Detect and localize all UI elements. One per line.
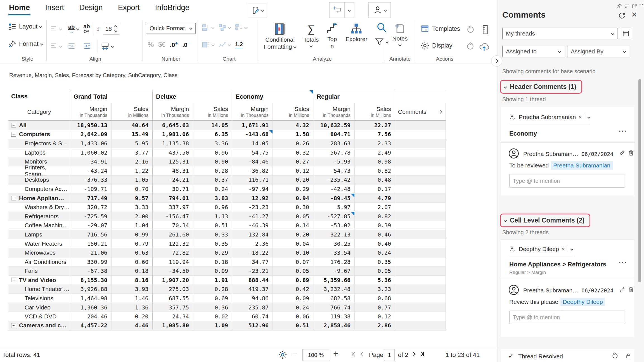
chevron-down-icon[interactable] — [228, 26, 231, 29]
value-cell[interactable]: 0.48 — [354, 176, 395, 185]
comments-grid-view-button[interactable] — [620, 28, 632, 39]
value-cell[interactable]: -43.24 — [70, 166, 111, 176]
value-cell[interactable]: -33.54 — [313, 248, 354, 257]
next-page-button[interactable] — [411, 352, 415, 357]
row-label[interactable]: Televisions — [8, 294, 70, 303]
value-cell[interactable]: 3.77 — [111, 148, 152, 157]
value-cell[interactable]: 0.51 — [193, 221, 232, 230]
value-cell[interactable]: -18.22 — [232, 248, 273, 257]
measure-header[interactable]: Marginin Thousands — [232, 103, 273, 121]
vertical-align-button[interactable] — [50, 42, 58, 50]
assigned-to-select[interactable]: Assigned to — [502, 46, 564, 57]
bar-chart-icon[interactable] — [202, 23, 210, 32]
value-cell[interactable]: 3,232.48 — [313, 285, 354, 294]
value-cell[interactable]: 204.46 — [70, 312, 111, 321]
value-cell[interactable]: 0.90 — [193, 157, 232, 166]
add-comment-dropdown[interactable] — [344, 2, 354, 18]
value-cell[interactable]: -46.39 — [232, 221, 273, 230]
value-cell[interactable]: 0.29 — [273, 184, 313, 194]
value-cell[interactable]: 766.74 — [313, 303, 354, 312]
value-cell[interactable]: 1,433.06 — [70, 139, 111, 148]
thread-more-options-icon[interactable]: ··· — [619, 259, 627, 266]
value-cell[interactable]: 34.91 — [70, 157, 111, 166]
value-cell[interactable]: 132.84 — [232, 230, 273, 239]
value-cell[interactable]: 122.32 — [152, 239, 193, 249]
value-cell[interactable]: 0.46 — [354, 230, 395, 239]
value-cell[interactable]: 0.29 — [193, 248, 232, 257]
comments-cell[interactable] — [395, 148, 446, 157]
row-label[interactable]: Car Video — [8, 303, 70, 312]
value-cell[interactable]: 0.37 — [193, 176, 232, 185]
value-cell[interactable]: 7.56 — [354, 130, 395, 139]
row-label[interactable]: Laptops — [8, 148, 70, 157]
comments-cell[interactable] — [395, 212, 446, 221]
value-cell[interactable]: 15.49 — [111, 130, 152, 139]
quick-format-select[interactable]: Quick Format — [146, 23, 196, 34]
more-options-icon[interactable]: ··· — [639, 1, 644, 8]
value-cell[interactable]: 0.94 — [273, 194, 313, 203]
lock-icon[interactable] — [625, 352, 632, 359]
value-cell[interactable]: 0.33 — [193, 230, 232, 239]
measure-header[interactable]: Salesin Millions — [193, 103, 232, 121]
value-cell[interactable]: 0.63 — [111, 248, 152, 257]
value-cell[interactable]: 0.12 — [273, 166, 313, 176]
edit-comment-icon[interactable] — [619, 150, 626, 156]
value-cell[interactable]: 4.46 — [111, 321, 152, 330]
horizontal-align-button[interactable] — [50, 25, 58, 33]
assigned-by-select[interactable]: Assigned By — [567, 46, 629, 57]
row-dimension-header[interactable]: Category — [8, 103, 70, 121]
value-cell[interactable]: -84.46 — [232, 157, 273, 166]
row-label[interactable]: Printers, Scann… — [8, 166, 70, 176]
comments-cell[interactable] — [395, 303, 446, 312]
value-cell[interactable]: 682.58 — [313, 294, 354, 303]
decrease-decimal-button[interactable]: .0− — [182, 41, 190, 49]
value-cell[interactable]: 14.05 — [232, 139, 273, 148]
value-cell[interactable]: 357.75 — [152, 303, 193, 312]
value-cell[interactable]: 34.77 — [232, 257, 273, 267]
comments-cell[interactable] — [395, 157, 446, 166]
value-cell[interactable]: 21.06 — [70, 248, 111, 257]
tab-insert[interactable]: Insert — [44, 0, 65, 14]
chevron-down-icon[interactable] — [59, 27, 62, 30]
value-cell[interactable]: 794.01 — [152, 194, 193, 203]
value-cell[interactable]: 2,858.46 — [313, 321, 354, 330]
value-cell[interactable]: -235.42 — [313, 176, 354, 185]
value-cell[interactable]: 2.07 — [354, 203, 395, 212]
value-cell[interactable]: 0.28 — [193, 166, 232, 176]
value-cell[interactable]: 5.95 — [111, 139, 152, 148]
comments-cell[interactable] — [395, 203, 446, 212]
value-cell[interactable]: 0.04 — [273, 239, 313, 249]
value-cell[interactable]: -725.59 — [70, 212, 111, 221]
value-cell[interactable]: 9.57 — [111, 194, 152, 203]
value-cell[interactable]: 2.00 — [111, 212, 152, 221]
comments-cell[interactable] — [395, 294, 446, 303]
value-cell[interactable]: 3.33 — [111, 203, 152, 212]
value-cell[interactable]: 0.20 — [273, 176, 313, 185]
reply-input[interactable] — [509, 311, 625, 324]
measure-header[interactable]: Marginin Thousands — [313, 103, 354, 121]
top-n-button[interactable]: Top n — [326, 22, 338, 49]
decimal-display-button[interactable]: 1.2 — [235, 41, 243, 48]
value-cell[interactable]: 261.60 — [152, 230, 193, 239]
cluster-chart-icon[interactable] — [218, 23, 226, 32]
measure-header[interactable]: Marginin Thousands — [70, 103, 111, 121]
value-cell[interactable]: 1.13 — [193, 212, 232, 221]
value-cell[interactable]: 337.97 — [152, 203, 193, 212]
close-icon[interactable]: × — [631, 9, 637, 20]
row-label[interactable]: Home Theater … — [8, 285, 70, 294]
value-cell[interactable]: 1.09 — [193, 321, 232, 330]
value-cell[interactable]: -116.71 — [232, 176, 273, 185]
value-cell[interactable]: -89.45 — [313, 194, 354, 203]
value-cell[interactable]: 72.82 — [152, 248, 193, 257]
value-cell[interactable]: 1,060.02 — [70, 148, 111, 157]
reply-input[interactable] — [509, 174, 625, 188]
zoom-in-button[interactable]: + — [333, 349, 338, 359]
increase-icon[interactable] — [114, 25, 117, 28]
value-cell[interactable]: 1,671.91 — [232, 121, 273, 130]
measure-header[interactable]: Salesin Millions — [354, 103, 395, 121]
section-cell-level-comments[interactable]: Cell Level Comments (2) — [500, 214, 590, 227]
comments-cell[interactable] — [395, 267, 446, 276]
zoom-level-field[interactable]: 100 % — [302, 349, 329, 361]
chevron-down-icon[interactable] — [76, 27, 79, 30]
row-label[interactable]: Air Conditioners — [8, 257, 70, 267]
